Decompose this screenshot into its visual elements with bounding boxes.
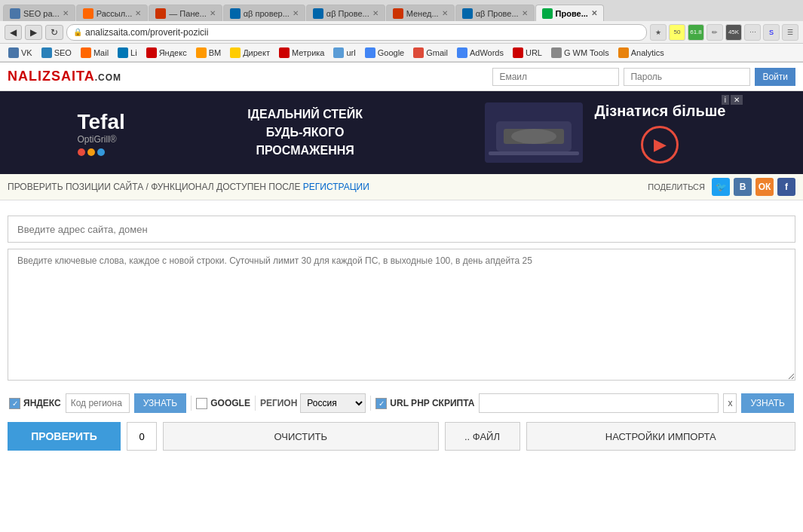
separator-1 [191,396,192,411]
bookmark-gwm-label: G WM Tools [564,48,609,57]
tab-8[interactable]: Прове... ✕ [535,5,604,21]
browser-chrome: SEO pa... ✕ Рассыл... ✕ — Пане... ✕ αβ п… [0,0,803,63]
bookmark-bm[interactable]: ВМ [192,47,225,59]
bookmark-direct-label: Директ [243,48,270,57]
url-php-checkbox[interactable] [375,398,387,409]
region-select[interactable]: Россия Украина Беларусь Казахстан [300,393,366,413]
tab-2-close[interactable]: ✕ [135,9,141,17]
bookmark-li[interactable]: Li [114,47,141,59]
bookmark-direct[interactable]: Директ [226,47,274,59]
yandex-checkbox-group: ЯНДЕКС [9,398,61,409]
logo-com: .COM [95,72,121,83]
yandex-icon [146,47,157,58]
bookmark-mail[interactable]: Mail [77,47,112,59]
yandex-checkbox[interactable] [9,398,20,409]
learn-region-button[interactable]: УЗНАТЬ [134,393,187,413]
tab-7-label: αβ Прове... [476,9,519,18]
tab-3-close[interactable]: ✕ [210,9,216,17]
forward-button[interactable]: ▶ [25,25,42,40]
separator-2 [255,396,256,411]
password-input[interactable] [624,68,750,86]
twitter-share-button[interactable]: 🐦 [712,178,730,196]
gurl-icon [513,47,523,58]
bm-icon-el [196,47,207,58]
keywords-textarea[interactable] [8,249,795,381]
ad-cta-button[interactable]: ▶ [641,126,679,164]
google-checkbox-group: GOOGLE [196,398,250,409]
vk-share-button[interactable]: В [734,178,752,196]
ad-info-button[interactable]: i [722,95,729,105]
extension-icon-1[interactable]: 50 [669,24,685,41]
bookmark-url[interactable]: url [329,47,359,59]
check-button[interactable]: ПРОВЕРИТЬ [8,422,121,451]
extension-icon-4[interactable]: 45K [725,24,742,41]
tab-7[interactable]: αβ Прове... ✕ [455,5,535,21]
tab-1[interactable]: SEO pa... ✕ [3,5,75,21]
file-button[interactable]: .. ФАЙЛ [445,422,520,451]
bookmark-seo[interactable]: SEO [38,47,75,59]
tab-6-favicon [393,8,403,19]
url-clear-button[interactable]: x [723,393,737,413]
extension-icon-3[interactable]: ✏ [706,24,723,41]
login-button[interactable]: Войти [755,68,795,86]
clear-button[interactable]: ОЧИСТИТЬ [163,422,439,451]
tab-3-label: — Пане... [169,9,206,18]
bookmark-google[interactable]: Google [361,47,408,59]
analytics-icon [618,47,629,58]
import-button[interactable]: НАСТРОЙКИ ИМПОРТА [526,422,796,451]
bookmark-yandex[interactable]: Яндекс [143,47,191,59]
address-icon: 🔒 [73,28,82,36]
bookmark-url-label: url [346,48,355,57]
extension-icon-7[interactable]: ☰ [782,24,798,41]
email-input[interactable] [492,68,619,86]
ad-close-btn[interactable]: ✕ [731,95,743,105]
ad-cta-section: Дізнатися більше ▶ [594,102,725,164]
tab-8-close[interactable]: ✕ [591,9,597,17]
learn-url-button[interactable]: УЗНАТЬ [741,393,794,413]
separator-3 [370,396,371,411]
bookmark-gurl[interactable]: URL [509,47,546,59]
nav-right-icons: ★ 50 61.8 ✏ 45K ⋯ S ☰ [650,24,798,41]
tab-6-close[interactable]: ✕ [442,9,448,17]
back-button[interactable]: ◀ [5,25,22,40]
refresh-button[interactable]: ↻ [45,25,63,40]
fb-share-button[interactable]: f [777,178,795,196]
ad-dots [78,148,125,156]
tab-1-close[interactable]: ✕ [63,9,69,17]
ad-inner: Tefal OptiGrill® ІДЕАЛЬНИЙ СТЕЙК БУДЬ-ЯК… [63,102,741,164]
bookmark-adwords-label: AdWords [470,48,504,57]
page-func-text: ФУНКЦИОНАЛ ДОСТУПЕН ПОСЛЕ [151,182,300,192]
ad-cta-text: Дізнатися більше [594,102,725,120]
site-address-input[interactable] [8,216,795,243]
region-code-input[interactable] [66,393,130,413]
vk-icon [8,47,19,58]
tab-6[interactable]: Менед... ✕ [386,5,455,21]
bookmark-metrika[interactable]: Метрика [275,47,329,59]
ok-share-button[interactable]: ОК [755,178,774,196]
extension-icon-2[interactable]: 61.8 [688,24,704,41]
count-box: 0 [127,422,157,451]
tab-5[interactable]: αβ Прове... ✕ [306,5,385,21]
bookmark-adwords[interactable]: AdWords [453,47,507,59]
extension-icon-6[interactable]: S [763,24,780,41]
main-form: ЯНДЕКС УЗНАТЬ GOOGLE РЕГИОН Россия Украи… [0,200,803,458]
bookmark-analytics[interactable]: Analytics [615,47,668,59]
address-bar[interactable] [85,27,640,38]
registration-link[interactable]: РЕГИСТРАЦИИ [303,182,369,192]
tab-3[interactable]: — Пане... ✕ [149,5,222,21]
extension-icon-5[interactable]: ⋯ [744,24,761,41]
metrika-icon [279,47,290,58]
tab-4[interactable]: αβ провер... ✕ [223,5,305,21]
bookmark-mail-label: Mail [93,48,109,57]
tab-2[interactable]: Рассыл... ✕ [76,5,149,21]
url-php-input[interactable] [479,393,719,413]
google-checkbox[interactable] [196,398,207,409]
dot-blue [97,148,105,156]
bookmark-vk[interactable]: VK [5,47,36,59]
bookmark-gmail[interactable]: Gmail [409,47,452,59]
tab-5-close[interactable]: ✕ [372,9,379,17]
bookmark-gwm[interactable]: G WM Tools [547,47,613,59]
tab-4-close[interactable]: ✕ [293,9,299,17]
tab-7-close[interactable]: ✕ [522,9,528,17]
bookmark-star-icon[interactable]: ★ [650,24,667,41]
